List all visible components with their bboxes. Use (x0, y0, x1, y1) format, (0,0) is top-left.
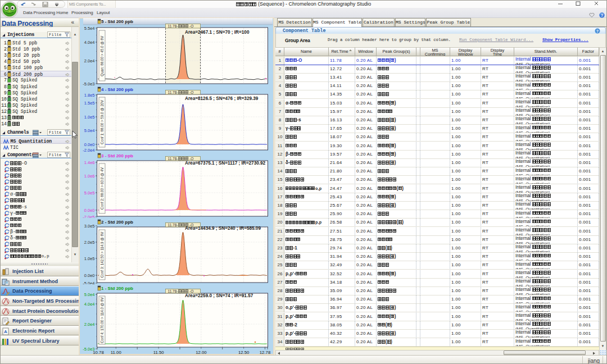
svg-text:-2.0e4: -2.0e4 (83, 148, 94, 152)
svg-text:-O: -O (189, 157, 193, 161)
svg-text:Quan: 88.00 > 45.0 @ 8V: Quan: 88.00 > 45.0 @ 8V (100, 35, 105, 76)
svg-text:11.78-: 11.78- (168, 24, 178, 28)
svg-text:-O: -O (189, 24, 193, 28)
svg-text:Area=2259.0 ; SN=74 ; IR=91.57: Area=2259.0 ; SN=74 ; IR=91.57 (185, 293, 253, 298)
svg-text:?: ? (596, 29, 599, 33)
svg-text:0.0e0: 0.0e0 (84, 273, 95, 278)
svg-text:Area=8126.5 ; SN=476 ; IR=329.: Area=8126.5 ; SN=476 ; IR=329.39 (185, 96, 259, 101)
svg-text:11.00: 11.00 (111, 350, 122, 355)
svg-text:11.78-: 11.78- (168, 289, 178, 293)
svg-text:Area=2467.1 ; SN=70 ; IR=100: Area=2467.1 ; SN=70 ; IR=100 (185, 30, 250, 35)
svg-text:1 - Std 200 ppb: 1 - Std 200 ppb (101, 286, 133, 291)
svg-text:5.0e4: 5.0e4 (84, 292, 95, 297)
svg-text:4 - Std 200 ppb: 4 - Std 200 ppb (101, 87, 133, 92)
svg-text:0.0e0: 0.0e0 (84, 142, 95, 147)
svg-text:5 - Std 200 ppb: 5 - Std 200 ppb (101, 19, 133, 24)
svg-text:Area=14434.9 ; SN=240 ; IR=585: Area=14434.9 ; SN=240 ; IR=585.09 (185, 226, 261, 231)
svg-text:-O: -O (189, 289, 193, 293)
svg-text:11.78-: 11.78- (168, 223, 178, 227)
svg-text:4.0e4: 4.0e4 (84, 302, 95, 307)
svg-text:12.00: 12.00 (196, 350, 207, 355)
svg-text:Area=67375.1 ; SN=1117 ; IR=27: Area=67375.1 ; SN=1117 ; IR=2730.92 (185, 161, 266, 166)
svg-text:A: A (4, 329, 7, 334)
svg-text:Conf 4: 170.00 > 114.0 @ 8V: Conf 4: 170.00 > 114.0 @ 8V (100, 297, 104, 343)
svg-text:1.5e5: 1.5e5 (84, 101, 95, 106)
svg-text:0.0e0: 0.0e0 (84, 208, 95, 213)
svg-text:5.0e4: 5.0e4 (84, 128, 95, 133)
svg-text:Conf 3: 142.50 > 114.9 @ 8V: Conf 3: 142.50 > 114.9 @ 8V (100, 231, 104, 277)
svg-text:1.0e5: 1.0e5 (84, 256, 95, 261)
svg-text:1.0e6: 1.0e6 (84, 174, 95, 179)
svg-text:11.50: 11.50 (153, 350, 165, 355)
svg-text:1.0e5: 1.0e5 (84, 115, 95, 120)
svg-text:5.0e5: 5.0e5 (84, 190, 95, 195)
svg-text:Conf 1: 88.00 > 59.0 @ 20V: Conf 1: 88.00 > 59.0 @ 20V (100, 100, 104, 144)
svg-text:2.0e4: 2.0e4 (84, 58, 95, 63)
svg-text:11.78-: 11.78- (168, 157, 178, 161)
svg-text:11.78-: 11.78- (168, 90, 178, 94)
svg-text:Conf 2: 88.00 > 60.0 @ 4V: Conf 2: 88.00 > 60.0 @ 4V (100, 167, 104, 210)
svg-text:10.78: 10.78 (93, 350, 104, 355)
svg-text:2.0e5: 2.0e5 (84, 240, 95, 245)
svg-text:1.8e5: 1.8e5 (84, 93, 95, 98)
svg-text:1.4e6: 1.4e6 (84, 160, 95, 165)
svg-text:12.50: 12.50 (238, 350, 250, 355)
svg-text:-5.0e3: -5.0e3 (83, 81, 94, 85)
svg-text:4.0e4: 4.0e4 (84, 40, 95, 45)
svg-text:-O: -O (189, 90, 193, 94)
svg-text:3.0e5: 3.0e5 (84, 224, 95, 229)
svg-text:?: ? (601, 13, 604, 18)
svg-text:12.78: 12.78 (260, 350, 271, 355)
svg-text:2.0e4: 2.0e4 (84, 322, 95, 327)
svg-text:5.5e4: 5.5e4 (84, 26, 95, 31)
svg-text:2 - Std 200 ppb: 2 - Std 200 ppb (101, 220, 133, 225)
svg-text:3 - Std 200 ppb: 3 - Std 200 ppb (101, 153, 133, 158)
